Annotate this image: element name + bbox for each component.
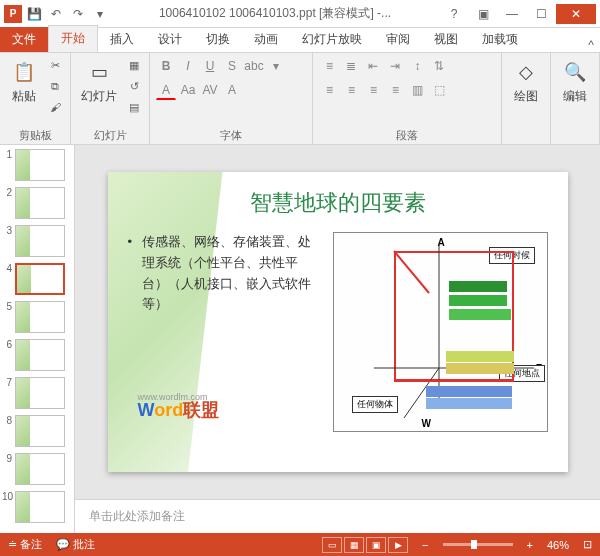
tab-transitions[interactable]: 切换 xyxy=(194,27,242,52)
thumbnail-10[interactable]: 10 xyxy=(2,491,72,523)
redo-icon[interactable]: ↷ xyxy=(68,4,88,24)
align-center-button[interactable]: ≡ xyxy=(341,80,361,100)
thumbnail-2[interactable]: 2 xyxy=(2,187,72,219)
text-direction-button[interactable]: ⇅ xyxy=(429,56,449,76)
new-slide-button[interactable]: ▭ 幻灯片 xyxy=(77,56,121,107)
comments-toggle[interactable]: 💬 批注 xyxy=(56,537,95,552)
thumbnail-8[interactable]: 8 xyxy=(2,415,72,447)
watermark-ord: ord xyxy=(154,400,183,420)
ribbon-options-icon[interactable]: ▣ xyxy=(469,4,497,24)
italic-button[interactable]: I xyxy=(178,56,198,76)
thumbnail-panel[interactable]: 12345678910 xyxy=(0,145,75,533)
clear-format-button[interactable]: A xyxy=(222,80,242,100)
drawing-button[interactable]: ◇ 绘图 xyxy=(508,56,544,107)
qat-more-icon[interactable]: ▾ xyxy=(90,4,110,24)
close-icon[interactable]: ✕ xyxy=(556,4,596,24)
zoom-in-button[interactable]: + xyxy=(527,539,533,551)
justify-button[interactable]: ≡ xyxy=(385,80,405,100)
notes-pane[interactable]: 单击此处添加备注 xyxy=(75,499,600,533)
char-spacing-button[interactable]: AV xyxy=(200,80,220,100)
smartart-button[interactable]: ⬚ xyxy=(429,80,449,100)
group-font-label: 字体 xyxy=(156,128,306,142)
font-color-button[interactable]: A xyxy=(156,80,176,100)
sorter-view-button[interactable]: ▦ xyxy=(344,537,364,553)
thumbnail-preview[interactable] xyxy=(15,377,65,409)
section-icon[interactable]: ▤ xyxy=(125,98,143,116)
slideshow-view-button[interactable]: ▶ xyxy=(388,537,408,553)
slide-title[interactable]: 智慧地球的四要素 xyxy=(128,188,548,218)
thumbnail-preview[interactable] xyxy=(15,149,65,181)
columns-button[interactable]: ▥ xyxy=(407,80,427,100)
thumbnail-6[interactable]: 6 xyxy=(2,339,72,371)
font-size-dropdown[interactable]: ▾ xyxy=(266,56,286,76)
thumbnail-number: 10 xyxy=(2,491,12,502)
shadow-button[interactable]: abc xyxy=(244,56,264,76)
indent-dec-button[interactable]: ⇤ xyxy=(363,56,383,76)
format-painter-icon[interactable]: 🖌 xyxy=(46,98,64,116)
layout-icon[interactable]: ▦ xyxy=(125,56,143,74)
thumbnail-number: 6 xyxy=(2,339,12,350)
slide[interactable]: 智慧地球的四要素 传感器、网络、存储装置、处理系统（个性平台、共性平台）（人机接… xyxy=(108,172,568,472)
highlight-button[interactable]: Aa xyxy=(178,80,198,100)
tab-home[interactable]: 开始 xyxy=(48,25,98,52)
thumbnail-9[interactable]: 9 xyxy=(2,453,72,485)
tab-animations[interactable]: 动画 xyxy=(242,27,290,52)
workspace: 12345678910 智慧地球的四要素 传感器、网络、存储装置、处理系统（个性… xyxy=(0,145,600,533)
normal-view-button[interactable]: ▭ xyxy=(322,537,342,553)
thumbnail-number: 4 xyxy=(2,263,12,274)
thumbnail-preview[interactable] xyxy=(15,263,65,295)
watermark-suffix: 联盟 xyxy=(183,400,219,420)
tab-file[interactable]: 文件 xyxy=(0,27,48,52)
zoom-level[interactable]: 46% xyxy=(547,539,569,551)
save-icon[interactable]: 💾 xyxy=(24,4,44,24)
editing-button[interactable]: 🔍 编辑 xyxy=(557,56,593,107)
thumbnail-1[interactable]: 1 xyxy=(2,149,72,181)
tab-view[interactable]: 视图 xyxy=(422,27,470,52)
group-editing-label xyxy=(557,128,593,142)
tab-insert[interactable]: 插入 xyxy=(98,27,146,52)
copy-icon[interactable]: ⧉ xyxy=(46,77,64,95)
undo-icon[interactable]: ↶ xyxy=(46,4,66,24)
title-bar: P 💾 ↶ ↷ ▾ 1006410102 1006410103.ppt [兼容模… xyxy=(0,0,600,28)
bold-button[interactable]: B xyxy=(156,56,176,76)
maximize-icon[interactable]: ☐ xyxy=(527,4,555,24)
reset-icon[interactable]: ↺ xyxy=(125,77,143,95)
reading-view-button[interactable]: ▣ xyxy=(366,537,386,553)
underline-button[interactable]: U xyxy=(200,56,220,76)
thumbnail-7[interactable]: 7 xyxy=(2,377,72,409)
fit-window-button[interactable]: ⊡ xyxy=(583,538,592,551)
line-spacing-button[interactable]: ↕ xyxy=(407,56,427,76)
thumbnail-4[interactable]: 4 xyxy=(2,263,72,295)
collapse-ribbon-icon[interactable]: ^ xyxy=(582,38,600,52)
thumbnail-preview[interactable] xyxy=(15,415,65,447)
zoom-out-button[interactable]: − xyxy=(422,539,428,551)
group-paragraph-label: 段落 xyxy=(319,128,495,142)
indent-inc-button[interactable]: ⇥ xyxy=(385,56,405,76)
strike-button[interactable]: S xyxy=(222,56,242,76)
minimize-icon[interactable]: — xyxy=(498,4,526,24)
thumbnail-preview[interactable] xyxy=(15,225,65,257)
numbering-button[interactable]: ≣ xyxy=(341,56,361,76)
zoom-slider[interactable] xyxy=(443,543,513,546)
thumbnail-preview[interactable] xyxy=(15,301,65,333)
thumbnail-preview[interactable] xyxy=(15,453,65,485)
paste-icon: 📋 xyxy=(10,58,38,86)
notes-toggle[interactable]: ≐ 备注 xyxy=(8,537,42,552)
cut-icon[interactable]: ✂ xyxy=(46,56,64,74)
tab-slideshow[interactable]: 幻灯片放映 xyxy=(290,27,374,52)
thumbnail-preview[interactable] xyxy=(15,339,65,371)
align-left-button[interactable]: ≡ xyxy=(319,80,339,100)
align-right-button[interactable]: ≡ xyxy=(363,80,383,100)
ribbon-tabs: 文件 开始 插入 设计 切换 动画 幻灯片放映 审阅 视图 加载项 ^ xyxy=(0,28,600,53)
tab-addins[interactable]: 加载项 xyxy=(470,27,530,52)
slide-diagram[interactable]: A E W 任何时候 任何地点 任何物体 xyxy=(333,232,548,432)
thumbnail-3[interactable]: 3 xyxy=(2,225,72,257)
thumbnail-5[interactable]: 5 xyxy=(2,301,72,333)
tab-review[interactable]: 审阅 xyxy=(374,27,422,52)
thumbnail-preview[interactable] xyxy=(15,187,65,219)
bullets-button[interactable]: ≡ xyxy=(319,56,339,76)
thumbnail-preview[interactable] xyxy=(15,491,65,523)
tab-design[interactable]: 设计 xyxy=(146,27,194,52)
help-icon[interactable]: ? xyxy=(440,4,468,24)
paste-button[interactable]: 📋 粘贴 xyxy=(6,56,42,107)
